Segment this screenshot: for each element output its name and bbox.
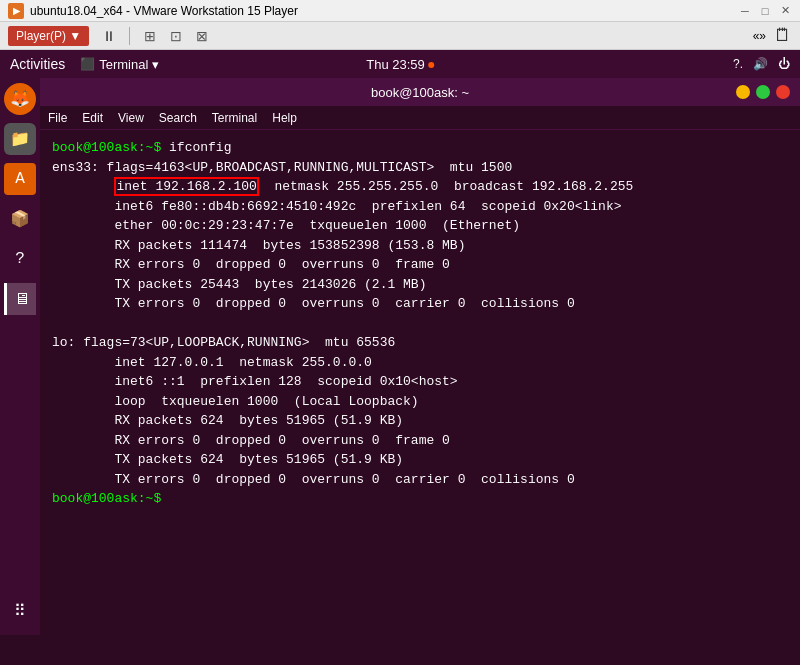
output-line-4: ether 00:0c:29:23:47:7e txqueuelen 1000 …	[52, 216, 788, 236]
output-line-16: TX errors 0 dropped 0 overruns 0 carrier…	[52, 470, 788, 490]
clock: Thu 23:59	[366, 57, 434, 72]
vmware-help-icon[interactable]: 🗒	[774, 25, 792, 46]
player-menu[interactable]: Player(P) ▼	[8, 26, 89, 46]
terminal-area: book@100ask: ~ File Edit View Search Ter…	[40, 78, 800, 635]
terminal-menu-icon: ⬛	[80, 57, 95, 71]
restore-btn[interactable]: □	[758, 4, 772, 18]
minimize-btn[interactable]: ─	[738, 4, 752, 18]
terminal-app-menu[interactable]: ⬛ Terminal ▾	[80, 57, 159, 72]
close-btn[interactable]: ✕	[778, 4, 792, 18]
output-line-2: inet 192.168.2.100 netmask 255.255.255.0…	[52, 177, 788, 197]
terminal-titlebar: book@100ask: ~	[40, 78, 800, 106]
toolbar-sep-1	[129, 27, 130, 45]
prompt-text-1: book@100ask:~$	[52, 140, 169, 155]
output-line-11: inet6 ::1 prefixlen 128 scopeid 0x10<hos…	[52, 372, 788, 392]
prompt-text-2: book@100ask:~$	[52, 491, 169, 506]
output-line-7: TX packets 25443 bytes 2143026 (2.1 MB)	[52, 275, 788, 295]
vmware-toolbar-right: «» 🗒	[753, 25, 792, 46]
ubuntu-topbar: Activities ⬛ Terminal ▾ Thu 23:59 ?. 🔊 ⏻	[0, 50, 800, 78]
terminal-content[interactable]: book@100ask:~$ ifconfig ens33: flags=416…	[40, 130, 800, 635]
output-line-blank	[52, 314, 788, 334]
prompt-line-2: book@100ask:~$	[52, 489, 788, 509]
output-line-5: RX packets 111474 bytes 153852398 (153.8…	[52, 236, 788, 256]
terminal-maximize-btn[interactable]	[756, 85, 770, 99]
snapshot-icon[interactable]: ⊞	[140, 26, 160, 46]
ip-highlight: inet 192.168.2.100	[114, 177, 258, 196]
ubuntu-topbar-right: ?. 🔊 ⏻	[733, 57, 790, 71]
output-line-10: inet 127.0.0.1 netmask 255.0.0.0	[52, 353, 788, 373]
vmware-icon: ▶	[8, 3, 24, 19]
notification-dot	[428, 62, 434, 68]
sidebar-item-unknown1[interactable]: 📦	[4, 203, 36, 235]
output-line-9: lo: flags=73<UP,LOOPBACK,RUNNING> mtu 65…	[52, 333, 788, 353]
menu-edit[interactable]: Edit	[82, 111, 103, 125]
vmware-titlebar: ▶ ubuntu18.04_x64 - VMware Workstation 1…	[0, 0, 800, 22]
output-line-3: inet6 fe80::db4b:6692:4510:492c prefixle…	[52, 197, 788, 217]
sidebar-item-apps[interactable]: ⠿	[4, 595, 36, 627]
output-line-8: TX errors 0 dropped 0 overruns 0 carrier…	[52, 294, 788, 314]
sidebar-item-help[interactable]: ?	[4, 243, 36, 275]
output-line-12: loop txqueuelen 1000 (Local Loopback)	[52, 392, 788, 412]
output-line-14: RX errors 0 dropped 0 overruns 0 frame 0	[52, 431, 788, 451]
terminal-menu-bar: File Edit View Search Terminal Help	[40, 106, 800, 130]
vmware-menubar: Player(P) ▼ ⏸ ⊞ ⊡ ⊠ «» 🗒	[0, 22, 800, 50]
output-line-13: RX packets 624 bytes 51965 (51.9 KB)	[52, 411, 788, 431]
terminal-title: book@100ask: ~	[371, 85, 469, 100]
menu-help[interactable]: Help	[272, 111, 297, 125]
vmware-title: ubuntu18.04_x64 - VMware Workstation 15 …	[30, 4, 738, 18]
menu-file[interactable]: File	[48, 111, 67, 125]
main-area: 🦊 📁 A 📦 ? 🖥 ⠿ book@100ask: ~ File Edit V…	[0, 78, 800, 635]
ubuntu-sidebar: 🦊 📁 A 📦 ? 🖥 ⠿	[0, 78, 40, 635]
sidebar-item-ubuntu-software[interactable]: A	[4, 163, 36, 195]
vmware-arrows: «»	[753, 29, 766, 43]
menu-terminal[interactable]: Terminal	[212, 111, 257, 125]
sidebar-item-firefox[interactable]: 🦊	[4, 83, 36, 115]
sidebar-item-files[interactable]: 📁	[4, 123, 36, 155]
output-line-6: RX errors 0 dropped 0 overruns 0 frame 0	[52, 255, 788, 275]
pause-icon[interactable]: ⏸	[99, 26, 119, 46]
vmware-toolbar: ⏸ ⊞ ⊡ ⊠	[99, 26, 752, 46]
window-controls: ─ □ ✕	[738, 4, 792, 18]
fullscreen-icon[interactable]: ⊡	[166, 26, 186, 46]
volume-icon[interactable]: 🔊	[753, 57, 768, 71]
terminal-minimize-btn[interactable]	[736, 85, 750, 99]
terminal-close-btn[interactable]	[776, 85, 790, 99]
terminal-menu-label: Terminal	[99, 57, 148, 72]
clock-text: Thu 23:59	[366, 57, 425, 72]
output-line-1: ens33: flags=4163<UP,BROADCAST,RUNNING,M…	[52, 158, 788, 178]
sidebar-item-terminal[interactable]: 🖥	[4, 283, 36, 315]
terminal-window-controls	[736, 85, 790, 99]
help-icon[interactable]: ?.	[733, 57, 743, 71]
prompt-line-1: book@100ask:~$ ifconfig	[52, 138, 788, 158]
command-ifconfig: ifconfig	[169, 140, 231, 155]
output-line-15: TX packets 624 bytes 51965 (51.9 KB)	[52, 450, 788, 470]
menu-view[interactable]: View	[118, 111, 144, 125]
menu-search[interactable]: Search	[159, 111, 197, 125]
terminal-menu-chevron: ▾	[152, 57, 159, 72]
activities-button[interactable]: Activities	[10, 56, 65, 72]
power-icon[interactable]: ⏻	[778, 57, 790, 71]
unity-icon[interactable]: ⊠	[192, 26, 212, 46]
